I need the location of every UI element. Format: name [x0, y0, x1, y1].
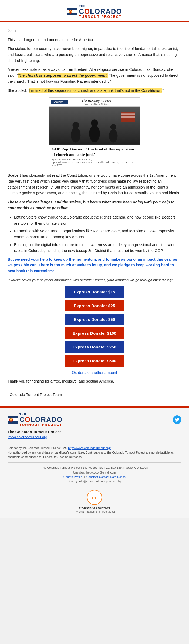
paragraph-3: A recent example is, as always, Lauren B…: [8, 67, 181, 84]
svg-rect-2: [67, 13, 77, 15]
news-header-bar: Sections ☰ The Washington Post Democracy…: [49, 98, 140, 107]
donate-button-5[interactable]: Express Donate: $500: [65, 355, 124, 367]
svg-rect-19: [8, 421, 18, 424]
logo-text: THE COLORADO TURNOUT PROJECT: [79, 5, 122, 18]
donate-button-0[interactable]: Express Donate: $15: [65, 286, 124, 298]
list-item: Letting voters know throughout Colorado …: [14, 214, 181, 226]
p3-highlight: The church is supposed to direct the gov…: [18, 73, 108, 78]
footer-logo-turnout: TURNOUT PROJECT: [19, 423, 63, 427]
constant-contact-logo-area: cc Constant Contact Try email marketing …: [8, 486, 181, 518]
paid-url-link[interactable]: https://www.coloradoturnout.org/: [68, 446, 111, 450]
email-header: C THE COLORADO TURNOUT PROJECT: [0, 0, 189, 21]
challenges-text: These are the challenges, and the stakes…: [8, 200, 174, 210]
svg-point-11: [91, 119, 98, 126]
svg-point-13: [110, 124, 116, 130]
cta-link[interactable]: But we need your help to keep up the mom…: [8, 257, 177, 273]
cc-circle-icon: cc: [87, 490, 102, 505]
svg-text:C: C: [10, 419, 12, 421]
svg-point-10: [89, 125, 100, 142]
news-photo-svg: [49, 107, 140, 145]
paragraph-1: This is a dangerous and uncertain time f…: [8, 37, 181, 43]
footer-logo-colorado: COLORADO: [19, 416, 63, 423]
main-content: John, This is a dangerous and uncertain …: [0, 22, 189, 406]
paragraph-2: The stakes for our country have never be…: [8, 46, 181, 63]
actblue-notice: If you’ve saved your payment information…: [8, 277, 181, 283]
twitter-icon[interactable]: [173, 415, 181, 424]
greeting: John,: [8, 28, 181, 34]
cc-tagline: Try email marketing for free today!: [74, 510, 115, 513]
svg-point-9: [72, 122, 79, 128]
paragraph-4: She added: “I’m tired of this separation…: [8, 88, 181, 94]
svg-point-8: [71, 128, 81, 143]
svg-text:C: C: [70, 11, 71, 13]
news-date: Updated June 28, 2022 at 2:09 p.m. EDT •…: [52, 161, 137, 166]
svg-point-12: [109, 129, 118, 143]
constant-contact-logo: cc Constant Contact Try email marketing …: [74, 490, 115, 513]
donate-buttons-section: Express Donate: $15Express Donate: $25Ex…: [8, 286, 181, 367]
wp-sub-text: Democracy Dies in Darkness: [68, 103, 124, 105]
footer-email-link[interactable]: info@coloradoturnout.org: [8, 435, 47, 439]
paragraph-6-bold-italic: These are the challenges, and the stakes…: [8, 199, 181, 211]
donate-button-3[interactable]: Express Donate: $100: [65, 327, 124, 339]
news-byline: By Adela Sulimars and Terralha Berry Upd…: [49, 158, 140, 169]
cta-paragraph[interactable]: But we need your help to keep up the mom…: [8, 257, 181, 274]
footer-links: Update Profile | Constant Contact Data N…: [8, 475, 181, 478]
paid-line1: Paid for by the Colorado Turnout Project…: [8, 446, 67, 450]
footer-logo-left: C THE COLORADO TURNOUT PROJECT: [8, 413, 63, 427]
news-headline: GOP Rep. Boebert: ‘I’m tired of this sep…: [49, 145, 140, 158]
donate-button-1[interactable]: Express Donate: $25: [65, 300, 124, 311]
svg-rect-15: [121, 113, 135, 115]
update-profile-link[interactable]: Update Profile: [63, 475, 82, 478]
closing-text: Thank you for fighting for a free, inclu…: [8, 378, 181, 398]
footer-unsub: Unsubscribe xxxxxx@gmail.com: [8, 471, 181, 474]
news-photo: [49, 107, 140, 145]
or-donate-section[interactable]: Or, donate another amount: [8, 370, 181, 375]
footer-divider-2: [8, 462, 181, 463]
list-item: Partnering with voter turnout organizati…: [14, 228, 181, 240]
news-article-box: Sections ☰ The Washington Post Democracy…: [49, 97, 140, 169]
footer-flag-icon: C: [8, 416, 18, 424]
svg-rect-16: [121, 116, 135, 118]
footer-org-name: The Colorado Turnout Project: [8, 430, 181, 434]
svg-rect-0: [67, 8, 77, 10]
donate-button-2[interactable]: Express Donate: $50: [65, 314, 124, 325]
or-donate-link[interactable]: Or, donate another amount: [72, 370, 117, 375]
wp-logo-text: The Washington Post: [68, 99, 124, 103]
footer-logo-row: C THE COLORADO TURNOUT PROJECT: [8, 413, 181, 427]
colorado-flag-icon: C: [67, 8, 77, 15]
bullet-list: Letting voters know throughout Colorado …: [14, 214, 181, 254]
p4-highlight: I’m tired of this separation of church a…: [29, 88, 162, 93]
closing-1: Thank you for fighting for a free, inclu…: [8, 378, 181, 384]
footer-logo-text: THE COLORADO TURNOUT PROJECT: [19, 413, 63, 427]
p4-before: She added: “: [8, 88, 29, 93]
logo-colorado: COLORADO: [79, 8, 122, 15]
washington-post-logo: The Washington Post Democracy Dies in Da…: [68, 99, 124, 105]
sections-button[interactable]: Sections ☰: [51, 100, 68, 104]
list-item: Building out the digital infrastructure …: [14, 242, 181, 254]
footer-paid-section: Paid for by the Colorado Turnout Project…: [8, 446, 181, 459]
svg-rect-17: [8, 416, 18, 418]
footer-divider-1: [8, 442, 181, 442]
p4-after: ”: [162, 88, 164, 93]
paid-line2: Not authorized by any candidate or candi…: [8, 451, 174, 459]
footer-sent: Sent by info@coturnout.com powered by: [8, 479, 181, 483]
logo-turnout: TURNOUT PROJECT: [79, 15, 122, 18]
footer: C THE COLORADO TURNOUT PROJECT The Color…: [0, 406, 189, 518]
closing-2: –Colorado Turnout Project Team: [8, 392, 181, 398]
data-notice-link[interactable]: Constant Contact Data Notice: [86, 475, 126, 478]
cc-name: Constant Contact: [79, 506, 110, 510]
paragraph-5: Boebert has obviously not read the Const…: [8, 173, 181, 196]
footer-address: The Colorado Turnout Project | 140 W. 29…: [8, 466, 181, 469]
donate-button-4[interactable]: Express Donate: $250: [65, 341, 124, 353]
logo: C THE COLORADO TURNOUT PROJECT: [67, 5, 122, 18]
news-byline-text: By Adela Sulimars and Terralha Berry: [52, 158, 137, 161]
